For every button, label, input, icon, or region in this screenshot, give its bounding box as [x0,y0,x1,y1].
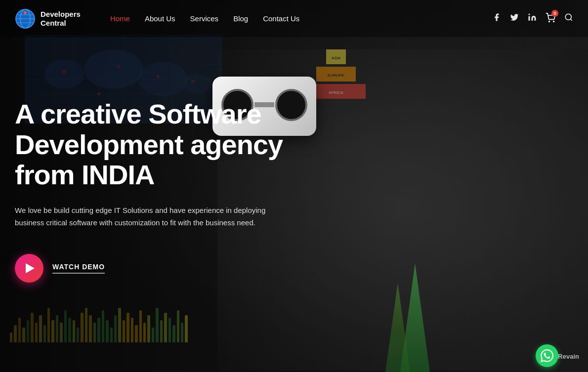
whatsapp-icon [541,349,553,362]
hero-subtitle: We love be build cutting edge IT Solutio… [15,204,292,229]
svg-point-27 [24,11,27,14]
svg-text:AFRICA: AFRICA [329,90,343,95]
search-icon [564,13,573,22]
svg-point-13 [157,75,160,78]
plant-decoration-2 [385,283,410,372]
linkedin-icon[interactable] [528,13,537,24]
revain-label: Revain [558,353,579,360]
hero-title: A creative Software Development agency f… [15,99,321,190]
nav-services[interactable]: Services [190,14,219,23]
play-button[interactable] [15,254,43,283]
watch-demo-label[interactable]: WATCH DEMO [52,263,105,274]
svg-point-11 [62,70,66,74]
svg-point-2 [84,49,143,89]
whatsapp-button[interactable] [536,344,558,367]
search-button[interactable] [564,13,573,24]
facebook-icon[interactable] [492,13,501,24]
twitter-icon[interactable] [510,13,519,24]
svg-line-33 [570,19,572,20]
svg-text:ASIA: ASIA [332,56,341,60]
navbar: Developers Central Home About Us Service… [0,0,588,37]
svg-point-15 [97,92,100,95]
svg-text:EUROPE: EUROPE [328,73,344,78]
hero-section: ASIA EUROPE AFRICA [0,0,588,372]
svg-point-1 [44,59,84,89]
svg-point-12 [117,65,120,68]
svg-point-4 [183,74,212,94]
nav-links: Home About Us Services Blog Contact Us [110,14,492,23]
svg-point-30 [549,21,550,22]
play-icon [26,263,35,273]
nav-home[interactable]: Home [110,14,130,23]
logo[interactable]: Developers Central [15,8,81,29]
nav-about[interactable]: About Us [145,14,175,23]
svg-point-29 [529,14,530,15]
nav-blog[interactable]: Blog [233,14,248,23]
nav-contact[interactable]: Contact Us [263,14,299,23]
globe-icon [15,8,36,29]
svg-rect-28 [529,16,530,21]
svg-point-32 [565,14,571,20]
logo-text: Developers Central [41,10,81,28]
hero-content: A creative Software Development agency f… [15,99,321,283]
cart-badge: 0 [551,10,558,17]
nav-right-icons: 0 [492,13,573,25]
svg-point-31 [553,21,554,22]
hero-cta: WATCH DEMO [15,254,321,283]
svg-point-14 [191,80,194,83]
cart-button[interactable]: 0 [546,13,555,25]
